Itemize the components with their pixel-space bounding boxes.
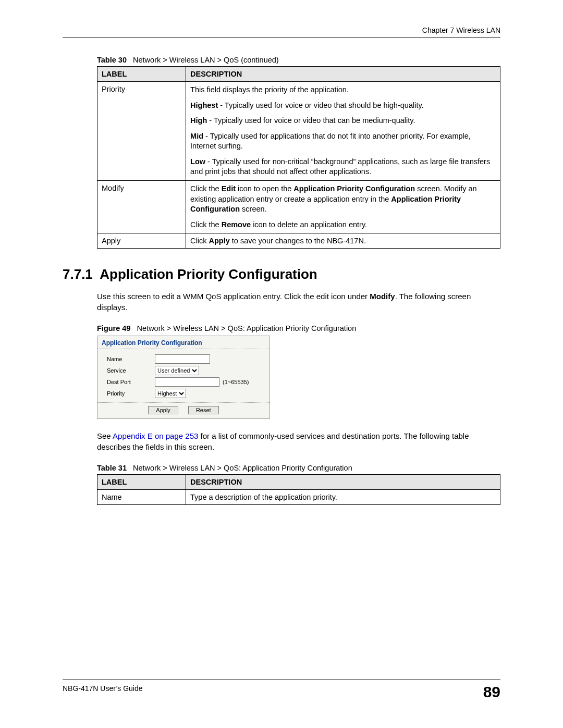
- chapter-header: Chapter 7 Wireless LAN: [63, 26, 500, 38]
- figure49-caption: Figure 49 Network > Wireless LAN > QoS: …: [97, 324, 500, 332]
- table31-head-label: LABEL: [97, 475, 186, 490]
- table-row: Priority This field displays the priorit…: [97, 82, 500, 181]
- header-rule: [63, 38, 500, 38]
- table31: LABEL DESCRIPTION Name Type a descriptio…: [97, 474, 500, 505]
- priority-mid-t: - Typically used for applications that d…: [190, 132, 471, 151]
- intro-paragraph: Use this screen to edit a WMM QoS applic…: [97, 291, 500, 313]
- destport-hint: (1~65535): [223, 379, 249, 385]
- page-footer: NBG-417N User’s Guide 89: [63, 680, 500, 700]
- table30: LABEL DESCRIPTION Priority This field di…: [97, 66, 500, 249]
- priority-low-t: - Typically used for non-critical “backg…: [190, 157, 490, 176]
- apply-button[interactable]: Apply: [148, 406, 178, 414]
- priority-mid-b: Mid: [190, 132, 203, 140]
- application-priority-dialog: Application Priority Configuration Name …: [97, 336, 270, 419]
- table-row: Modify Click the Edit icon to open the A…: [97, 180, 500, 233]
- priority-high-t: - Typically used for voice or video that…: [207, 116, 415, 125]
- row-modify-label: Modify: [97, 180, 186, 233]
- row-name-label: Name: [97, 490, 186, 505]
- row-name-desc: Type a description of the application pr…: [186, 490, 500, 505]
- service-select[interactable]: User defined: [155, 366, 199, 375]
- guide-name: NBG-417N User’s Guide: [63, 684, 143, 693]
- destport-input[interactable]: [155, 377, 219, 387]
- page-number: 89: [483, 684, 500, 700]
- row-priority-desc: This field displays the priority of the …: [186, 82, 500, 181]
- priority-high-b: High: [190, 116, 207, 125]
- section-number: 7.7.1: [63, 266, 93, 282]
- section-heading: 7.7.1 Application Priority Configuration: [63, 266, 500, 282]
- appendix-link[interactable]: Appendix E on page 253: [113, 431, 198, 440]
- table30-number: Table 30: [97, 56, 127, 64]
- dialog-title: Application Priority Configuration: [97, 336, 270, 349]
- figure49-title: Network > Wireless LAN > QoS: Applicatio…: [137, 324, 357, 332]
- row-priority-label: Priority: [97, 82, 186, 181]
- table31-number: Table 31: [97, 464, 127, 472]
- row-apply-label: Apply: [97, 233, 186, 249]
- figure49-number: Figure 49: [97, 324, 130, 332]
- table31-head-desc: DESCRIPTION: [186, 475, 500, 490]
- table30-caption: Table 30 Network > Wireless LAN > QoS (c…: [97, 56, 500, 64]
- priority-select[interactable]: Highest: [155, 389, 186, 398]
- priority-intro: This field displays the priority of the …: [190, 85, 496, 95]
- section-title: Application Priority Configuration: [100, 266, 317, 282]
- service-label: Service: [107, 367, 155, 374]
- priority-label: Priority: [107, 390, 155, 397]
- name-input[interactable]: [155, 354, 210, 364]
- table30-head-label: LABEL: [97, 67, 186, 82]
- reset-button[interactable]: Reset: [188, 406, 219, 414]
- destport-label: Dest Port: [107, 379, 155, 385]
- name-label: Name: [107, 356, 155, 362]
- row-apply-desc: Click Apply to save your changes to the …: [186, 233, 500, 249]
- row-modify-desc: Click the Edit icon to open the Applicat…: [186, 180, 500, 233]
- table31-title: Network > Wireless LAN > QoS: Applicatio…: [133, 464, 352, 472]
- table-row: Apply Click Apply to save your changes t…: [97, 233, 500, 249]
- table31-caption: Table 31 Network > Wireless LAN > QoS: A…: [97, 464, 500, 472]
- priority-highest-b: Highest: [190, 101, 218, 109]
- appendix-paragraph: See Appendix E on page 253 for a list of…: [97, 430, 500, 452]
- table-row: Name Type a description of the applicati…: [97, 490, 500, 505]
- priority-highest-t: - Typically used for voice or video that…: [218, 101, 423, 109]
- priority-low-b: Low: [190, 157, 205, 166]
- table30-title: Network > Wireless LAN > QoS (continued): [133, 56, 279, 64]
- table30-head-desc: DESCRIPTION: [186, 67, 500, 82]
